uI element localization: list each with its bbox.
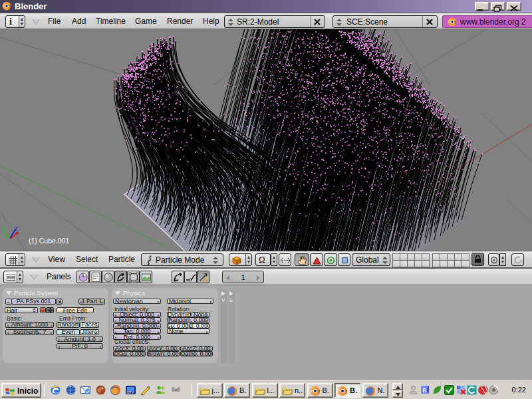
svg-text:(1) Cube.001: (1) Cube.001 xyxy=(29,237,69,245)
svg-text:x: x xyxy=(17,230,19,236)
svg-text:DTV: DTV xyxy=(127,390,134,394)
svg-text:R: R xyxy=(423,387,428,394)
